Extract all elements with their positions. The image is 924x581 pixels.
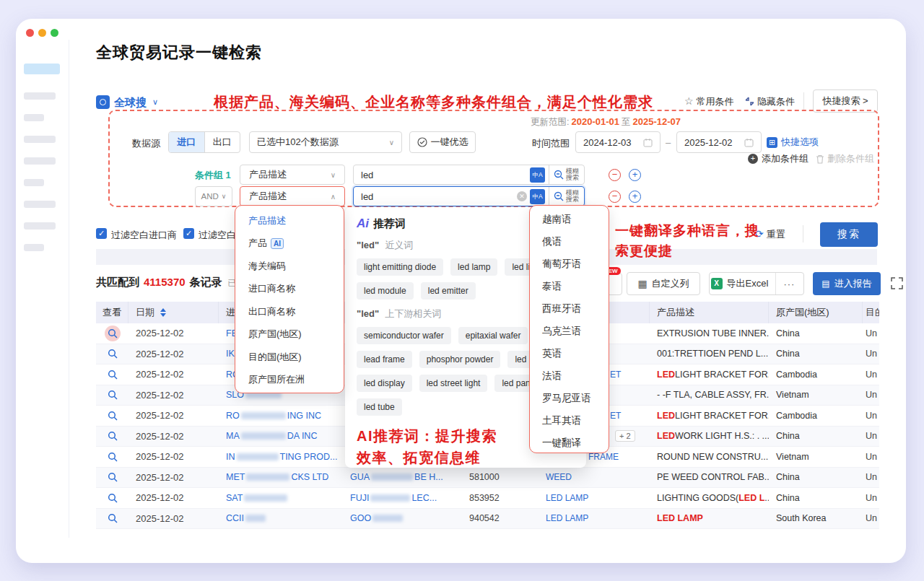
view-magnifier-icon[interactable]: [105, 510, 121, 526]
scope-selector[interactable]: 全球搜: [114, 96, 147, 110]
suggest-tag[interactable]: led module: [357, 282, 414, 300]
language-dropdown-item[interactable]: 英语: [530, 342, 609, 364]
search-button[interactable]: 搜索: [820, 222, 878, 247]
importer-link[interactable]: INTING PROD...: [226, 452, 337, 462]
export-excel-group[interactable]: X导出Excel ···: [709, 272, 804, 295]
close-window-icon[interactable]: [26, 29, 34, 37]
translate-icon[interactable]: 中A: [530, 167, 545, 183]
custom-columns-button[interactable]: ▦自定义列: [627, 272, 700, 295]
hide-conditions-button[interactable]: 隐藏条件: [745, 95, 795, 108]
keyword-input-1[interactable]: led 中A 模糊搜索: [353, 165, 585, 185]
field-dropdown-item[interactable]: 目的国(地区): [235, 346, 344, 369]
keyword-link[interactable]: ET: [610, 370, 621, 380]
view-magnifier-icon[interactable]: [105, 469, 121, 485]
field-dropdown-item[interactable]: 进口商名称: [235, 278, 344, 301]
cell-exporter: GOO: [343, 509, 462, 529]
suggest-tag[interactable]: semiconductor wafer: [357, 327, 451, 344]
view-magnifier-icon[interactable]: [105, 367, 121, 383]
language-dropdown-item[interactable]: 葡萄牙语: [530, 253, 609, 275]
datasource-select[interactable]: 已选中102个数据源∨: [249, 131, 402, 153]
view-magnifier-icon[interactable]: [105, 387, 121, 403]
header-date[interactable]: 日期: [128, 302, 219, 323]
import-tab[interactable]: 进口: [169, 132, 205, 152]
optimize-button[interactable]: 一键优选: [409, 131, 476, 153]
keyword-link[interactable]: LED LAMP: [546, 493, 588, 503]
view-magnifier-icon[interactable]: [105, 346, 121, 362]
and-or-select[interactable]: AND∨: [195, 186, 232, 206]
add-condition-icon[interactable]: +: [629, 169, 641, 181]
language-dropdown-item[interactable]: 乌克兰语: [530, 320, 609, 342]
remove-condition-icon[interactable]: −: [609, 169, 621, 181]
export-tab[interactable]: 出口: [205, 132, 240, 152]
translate-icon[interactable]: 中A: [530, 189, 545, 204]
field-select-1[interactable]: 产品描述∨: [240, 165, 345, 185]
importer-link[interactable]: METCKS LTD: [226, 472, 328, 482]
language-dropdown-item[interactable]: 俄语: [530, 230, 609, 253]
field-dropdown-item[interactable]: 出口商名称: [235, 300, 344, 323]
field-dropdown-item[interactable]: 海关编码: [235, 255, 344, 278]
field-select-2[interactable]: 产品描述∧: [240, 186, 345, 206]
keyword-link[interactable]: ET: [610, 411, 621, 421]
favorite-conditions-button[interactable]: ☆常用条件: [684, 95, 734, 108]
remove-condition-icon[interactable]: −: [609, 191, 621, 203]
view-magnifier-icon[interactable]: [105, 490, 121, 506]
view-magnifier-icon[interactable]: [105, 428, 121, 444]
importer-link[interactable]: MADA INC: [226, 431, 317, 441]
keyword-input-2[interactable]: led ✕ 中A 模糊搜索: [353, 186, 585, 206]
suggest-tag[interactable]: led street light: [419, 375, 488, 392]
header-view[interactable]: 查看: [96, 302, 128, 323]
header-destination[interactable]: 目的国: [863, 302, 879, 323]
date-from-input[interactable]: 2024-12-03: [575, 131, 661, 153]
import-export-toggle[interactable]: 进口 出口: [168, 131, 240, 153]
maximize-window-icon[interactable]: [51, 29, 58, 37]
language-dropdown-item[interactable]: 泰语: [530, 275, 609, 297]
suggest-tag[interactable]: led lamp: [450, 258, 497, 276]
suggest-tag[interactable]: phosphor powder: [419, 351, 501, 368]
exporter-link[interactable]: FUJILEC...: [350, 493, 437, 503]
add-condition-group-button[interactable]: +添加条件组: [748, 152, 808, 165]
field-dropdown-item[interactable]: 原产国所在洲: [235, 369, 344, 392]
fuzzy-search-toggle[interactable]: 模糊搜索: [549, 168, 584, 182]
enter-report-button[interactable]: ▤进入报告: [813, 272, 881, 295]
exporter-link[interactable]: GUABE H...: [350, 472, 443, 482]
field-dropdown-item[interactable]: 产品AI: [235, 232, 344, 255]
header-product[interactable]: 产品描述: [650, 302, 769, 323]
clear-icon[interactable]: ✕: [517, 191, 527, 201]
suggest-tag[interactable]: led tube: [357, 398, 402, 416]
filter-blank-exporter-checkbox[interactable]: ✓: [183, 228, 194, 239]
more-options-button[interactable]: ···: [776, 279, 802, 289]
language-dropdown-item[interactable]: 法语: [530, 364, 609, 387]
language-dropdown-item[interactable]: 越南语: [530, 208, 609, 230]
field-dropdown-item[interactable]: 原产国(地区): [235, 323, 344, 346]
view-magnifier-icon[interactable]: [105, 326, 121, 341]
minimize-window-icon[interactable]: [38, 29, 46, 37]
view-magnifier-icon[interactable]: [105, 408, 121, 424]
fuzzy-search-toggle[interactable]: 模糊搜索: [549, 190, 584, 204]
delete-condition-group-button[interactable]: 删除条件组: [816, 152, 874, 165]
fullscreen-icon[interactable]: [891, 277, 903, 289]
quick-options-link[interactable]: ⊞快捷选项: [767, 136, 819, 149]
sort-icon[interactable]: [160, 308, 166, 317]
field-dropdown-item[interactable]: 产品描述: [235, 209, 344, 232]
language-dropdown-item[interactable]: 一键翻译: [530, 432, 609, 453]
importer-link[interactable]: CCII: [226, 513, 267, 523]
suggest-tag[interactable]: led emitter: [421, 282, 476, 300]
suggest-tag[interactable]: epitaxial wafer: [458, 327, 528, 344]
language-dropdown-item[interactable]: 罗马尼亚语: [530, 387, 609, 409]
date-to-input[interactable]: 2025-12-02: [676, 131, 762, 153]
exporter-link[interactable]: GOO: [350, 513, 404, 523]
suggest-tag[interactable]: light emitting diode: [357, 258, 443, 276]
view-magnifier-icon[interactable]: [105, 449, 121, 465]
language-dropdown-item[interactable]: 西班牙语: [530, 297, 609, 320]
suggest-tag[interactable]: lead frame: [357, 351, 412, 368]
header-origin[interactable]: 原产国(地区): [769, 302, 863, 323]
keyword-count-badge[interactable]: + 2: [615, 430, 635, 442]
keyword-link[interactable]: LED LAMP: [546, 513, 588, 523]
keyword-link[interactable]: WEED: [546, 472, 572, 482]
language-dropdown-item[interactable]: 土耳其语: [530, 409, 609, 432]
filter-blank-importer-checkbox[interactable]: ✓: [96, 228, 107, 239]
importer-link[interactable]: ROING INC: [226, 411, 321, 421]
add-condition-icon[interactable]: +: [629, 191, 641, 203]
importer-link[interactable]: SAT: [226, 493, 289, 503]
suggest-tag[interactable]: led display: [357, 375, 412, 392]
